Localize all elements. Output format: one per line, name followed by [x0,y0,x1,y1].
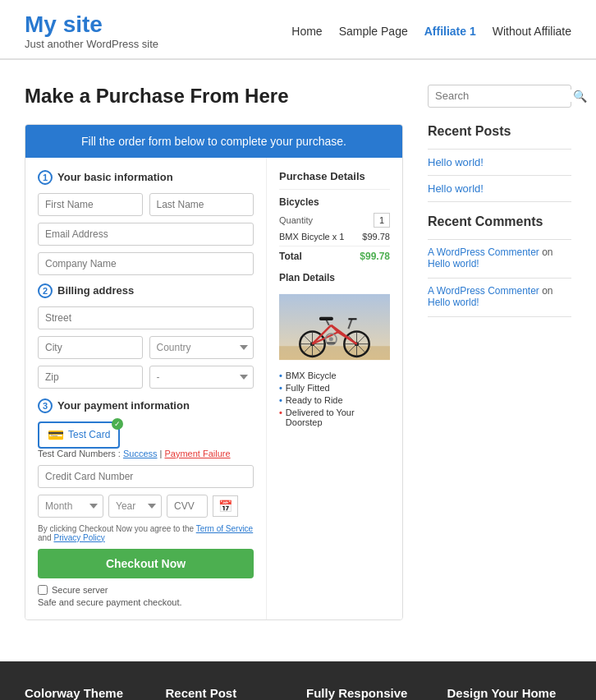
city-input[interactable] [38,336,143,359]
country-select[interactable]: Country [149,336,254,359]
svg-rect-1 [279,346,390,360]
content-main: Make a Purchase From Here Fill the order… [25,85,403,620]
footer-widget-1: Recent Post Worth A Thousand Words Categ… [166,686,291,700]
zip-input[interactable] [38,366,143,389]
main-content: Make a Purchase From Here Fill the order… [0,60,596,645]
credit-card-icon: 💳 [48,427,64,443]
footer-widget-0: Colorway Theme Footer is widgetized. To … [25,686,149,700]
street-input[interactable] [38,306,254,329]
nav-affiliate1[interactable]: Affiliate 1 [424,25,476,38]
cvv-input[interactable] [167,495,208,518]
comment-divider-1 [428,316,571,317]
payment-section: 3 Your payment information 💳 Test Card ✓… [38,398,254,607]
form-header: Fill the order form below to complete yo… [25,125,402,158]
svg-rect-22 [319,317,333,320]
tos-link[interactable]: Term of Service [196,524,253,533]
svg-rect-25 [327,342,335,344]
company-row [38,252,254,275]
footer-widget-title-0: Colorway Theme [25,686,149,700]
post-link-1[interactable]: Hello world! [428,182,571,195]
form-right: Purchase Details Bicycles Quantity 1 BMX… [267,158,402,619]
first-name-input[interactable] [38,193,143,216]
test-card-numbers-row: Test Card Numbers : Success | Payment Fa… [38,449,254,458]
section3-title: 3 Your payment information [38,398,254,413]
footer-widget-3: Design Your Home Express your creativity… [447,686,572,700]
plan-details-title: Plan Details [279,272,390,283]
post-divider-0 [428,175,571,176]
comment-post-0[interactable]: Hello world! [428,258,479,269]
check-icon: ✓ [112,418,123,430]
site-branding: My site Just another WordPress site [25,12,158,50]
form-left: 1 Your basic information [25,158,267,619]
footer-widgets: Colorway Theme Footer is widgetized. To … [25,686,571,700]
success-link[interactable]: Success [123,449,158,458]
section3-num: 3 [38,398,53,413]
checkout-button[interactable]: Checkout Now [38,549,254,578]
privacy-link[interactable]: Privacy Policy [53,533,104,542]
section2-num: 2 [38,283,53,298]
search-input[interactable] [435,90,573,102]
recent-comments-title: Recent Comments [428,214,571,229]
recent-posts-title: Recent Posts [428,124,571,139]
nav-home[interactable]: Home [291,25,322,38]
credit-card-input[interactable] [38,465,254,488]
purchase-details-title: Purchase Details [279,170,390,190]
page-title: Make a Purchase From Here [25,85,403,108]
plan-features: BMX Bicycle Fully Fitted Ready to Ride D… [279,371,390,427]
main-nav: Home Sample Page Affiliate 1 Without Aff… [291,25,571,38]
dash-select[interactable]: - [149,366,254,389]
safe-text: Safe and secure payment checkout. [38,597,254,607]
year-select[interactable]: Year [108,495,162,518]
feature-fitted: Fully Fitted [279,383,390,393]
calendar-icon: 📅 [213,495,238,517]
site-title: My site [25,12,158,38]
comment-1: A WordPress Commenter on Hello world! [428,285,571,308]
month-select[interactable]: Month [38,495,103,518]
nav-sample-page[interactable]: Sample Page [339,25,408,38]
comment-author-0[interactable]: A WordPress Commenter [428,246,539,258]
email-input[interactable] [38,223,254,246]
comment-divider-0 [428,278,571,279]
secure-checkbox[interactable] [38,585,48,595]
recent-posts-divider [428,149,571,150]
secure-row: Secure server [38,585,254,595]
last-name-input[interactable] [149,193,254,216]
zip-row: - [38,366,254,389]
email-row [38,223,254,246]
name-row [38,193,254,216]
nav-without-affiliate[interactable]: Without Affiliate [493,25,571,38]
post-link-0[interactable]: Hello world! [428,156,571,168]
section1-num: 1 [38,170,53,185]
feature-bmx: BMX Bicycle [279,371,390,380]
payment-failure-link[interactable]: Payment Failure [165,449,231,458]
bike-image [279,290,390,364]
footer-widget-title-2: Fully Responsive [306,686,431,700]
site-footer: Colorway Theme Footer is widgetized. To … [0,661,596,700]
card-date-row: Month Year 📅 [38,495,254,518]
sidebar: 🔍 Recent Posts Hello world! Hello world!… [428,85,571,620]
tos-text: By clicking Checkout Now you agree to th… [38,524,254,542]
section1-title: 1 Your basic information [38,170,254,185]
street-row [38,306,254,329]
section2-title: 2 Billing address [38,283,254,298]
recent-comments-divider [428,239,571,240]
test-card-button[interactable]: 💳 Test Card ✓ [38,421,120,449]
city-country-row: Country [38,336,254,359]
quantity-value: 1 [374,213,390,228]
feature-delivered: Delivered to Your Doorstep [279,408,390,427]
company-input[interactable] [38,252,254,275]
item-row: BMX Bicycle x 1 $99.78 [279,232,390,242]
footer-widget-title-1: Recent Post [166,686,291,700]
credit-card-row [38,465,254,488]
comment-author-1[interactable]: A WordPress Commenter [428,285,539,297]
feature-ready: Ready to Ride [279,395,390,405]
product-name: Bicycles [279,196,390,208]
search-icon[interactable]: 🔍 [573,90,587,103]
post-divider-1 [428,201,571,202]
total-row: Total $99.78 [279,246,390,262]
site-tagline: Just another WordPress site [25,38,158,50]
footer-widget-2: Fully Responsive Colorway is a unique re… [306,686,431,700]
purchase-form-container: Fill the order form below to complete yo… [25,124,403,620]
quantity-row: Quantity 1 [279,213,390,228]
comment-post-1[interactable]: Hello world! [428,297,479,308]
